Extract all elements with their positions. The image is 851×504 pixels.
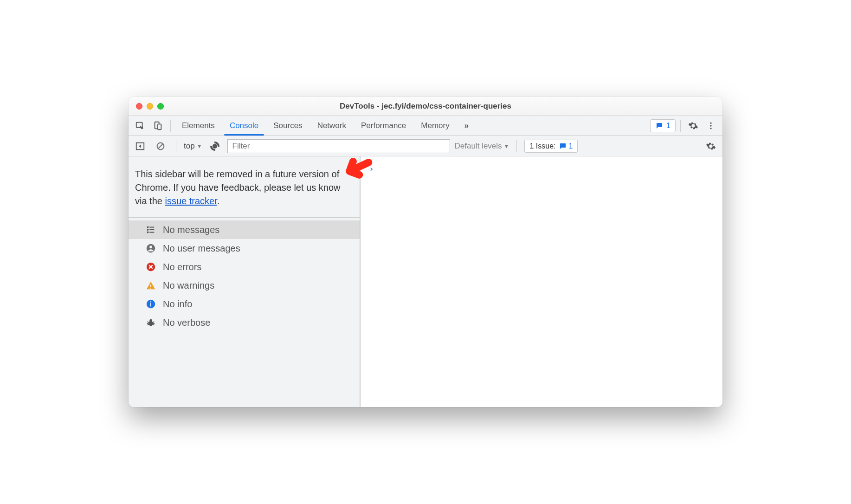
bug-icon [145,317,156,328]
console-sidebar: This sidebar will be removed in a future… [129,156,361,407]
error-icon [145,261,156,272]
console-settings-icon[interactable] [703,138,719,154]
svg-rect-20 [150,288,151,289]
svg-point-25 [149,319,152,322]
category-label: No errors [163,262,201,272]
window-title: DevTools - jec.fyi/demo/css-container-qu… [129,102,722,111]
notice-text-post: . [217,196,220,206]
tab-network[interactable]: Network [311,117,353,134]
toggle-sidebar-icon[interactable] [132,138,148,154]
svg-point-9 [213,144,217,149]
issues-counter-count: 1 [569,142,573,150]
context-label: top [184,142,195,151]
console-body: This sidebar will be removed in a future… [129,156,722,407]
svg-line-29 [153,324,155,325]
console-output[interactable]: › [361,156,722,407]
chevron-down-icon: ▼ [504,143,509,149]
tab-sources[interactable]: Sources [267,117,309,134]
chevron-down-icon: ▼ [197,143,202,149]
context-selector[interactable]: top ▼ [184,142,202,151]
message-categories: No messages No user messages No errors [129,218,360,332]
filter-input[interactable] [227,139,450,153]
kebab-menu-icon[interactable] [703,118,719,134]
svg-rect-2 [158,124,161,129]
category-messages[interactable]: No messages [129,220,360,239]
live-expression-icon[interactable] [207,138,223,154]
issues-counter-label: 1 Issue: [529,142,555,150]
svg-line-28 [148,324,149,325]
svg-rect-22 [150,303,151,306]
category-user-messages[interactable]: No user messages [129,239,360,258]
category-errors[interactable]: No errors [129,258,360,276]
main-toolbar: Elements Console Sources Network Perform… [129,116,722,136]
clear-console-icon[interactable] [153,138,168,154]
svg-point-23 [150,301,152,303]
warning-icon [145,280,156,291]
svg-line-8 [158,143,163,149]
issue-tracker-link[interactable]: issue tracker [165,196,217,206]
settings-icon[interactable] [685,118,701,134]
devtools-window: DevTools - jec.fyi/demo/css-container-qu… [129,97,722,407]
zoom-window-button[interactable] [157,103,164,110]
info-icon [145,298,156,310]
tab-memory[interactable]: Memory [414,117,456,134]
svg-point-17 [149,246,152,248]
category-label: No verbose [163,317,210,328]
tab-elements[interactable]: Elements [175,117,221,134]
svg-point-12 [148,229,148,230]
category-label: No info [163,299,192,310]
console-toolbar: top ▼ Default levels ▼ 1 Issue: 1 [129,136,722,156]
category-verbose[interactable]: No verbose [129,313,360,332]
svg-point-4 [710,125,711,126]
category-label: No messages [163,225,219,235]
category-label: No warnings [163,280,214,291]
toolbar-divider [516,140,517,152]
tab-console[interactable]: Console [223,117,265,134]
user-icon [145,243,156,254]
log-levels-selector[interactable]: Default levels ▼ [455,142,509,151]
svg-line-27 [153,322,155,323]
tabs-overflow-button[interactable]: » [458,117,475,134]
svg-line-26 [148,322,149,323]
category-label: No user messages [163,243,240,254]
titlebar: DevTools - jec.fyi/demo/css-container-qu… [129,97,722,116]
log-levels-label: Default levels [455,142,502,151]
svg-rect-0 [136,122,142,127]
toolbar-divider [176,140,176,152]
tab-performance[interactable]: Performance [355,117,413,134]
device-toggle-icon[interactable] [150,118,166,134]
category-info[interactable]: No info [129,295,360,313]
minimize-window-button[interactable] [147,103,153,110]
svg-point-3 [710,122,711,123]
deprecation-notice: This sidebar will be removed in a future… [129,156,360,218]
svg-point-5 [710,128,711,129]
issues-counter[interactable]: 1 Issue: 1 [524,140,578,153]
console-prompt-icon: › [369,164,374,174]
close-window-button[interactable] [136,103,142,110]
toolbar-divider [170,120,171,132]
list-icon [145,224,156,235]
inspect-element-icon[interactable] [132,118,148,134]
toolbar-divider [680,120,681,132]
svg-point-14 [148,232,148,233]
svg-point-10 [148,227,148,228]
issues-chip-count: 1 [666,122,670,130]
svg-rect-19 [150,284,151,287]
category-warnings[interactable]: No warnings [129,276,360,295]
traffic-lights [129,103,164,110]
issues-chip[interactable]: 1 [650,119,676,132]
